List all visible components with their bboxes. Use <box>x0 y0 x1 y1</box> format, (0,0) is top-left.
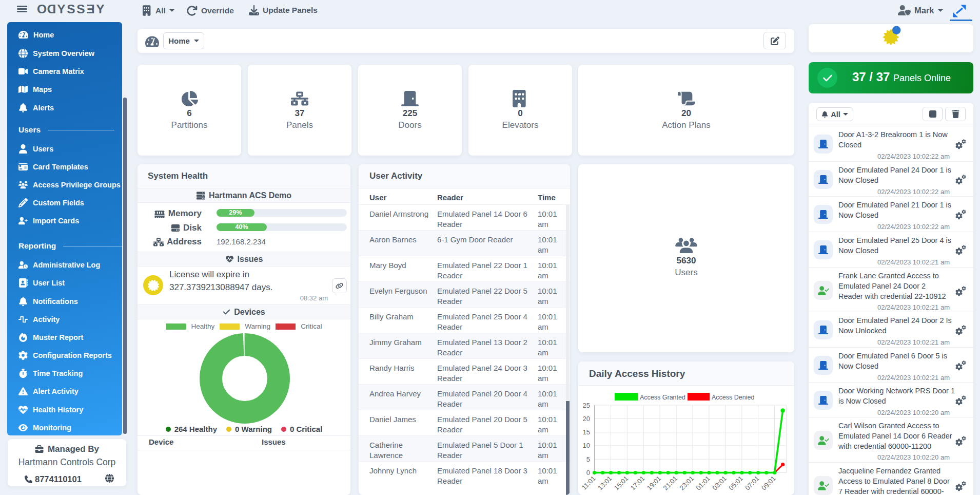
svg-text:05:01: 05:01 <box>727 474 744 492</box>
svg-text:17:01: 17:01 <box>629 474 646 492</box>
svg-text:01:01: 01:01 <box>694 474 712 492</box>
svg-text:Access Denied: Access Denied <box>712 394 754 401</box>
svg-text:20: 20 <box>583 415 590 423</box>
svg-text:11:01: 11:01 <box>580 474 597 491</box>
svg-text:15:01: 15:01 <box>613 474 630 492</box>
svg-text:09:01: 09:01 <box>760 474 777 492</box>
svg-text:07:01: 07:01 <box>743 474 761 492</box>
svg-text:25: 25 <box>583 402 590 409</box>
svg-text:15: 15 <box>583 428 590 436</box>
svg-text:Access Granted: Access Granted <box>640 394 685 401</box>
svg-text:23:01: 23:01 <box>678 474 696 492</box>
svg-text:13:01: 13:01 <box>596 474 614 492</box>
svg-text:5: 5 <box>586 455 590 463</box>
svg-text:10: 10 <box>583 442 590 449</box>
svg-text:03:01: 03:01 <box>711 474 728 492</box>
svg-text:0: 0 <box>586 469 590 477</box>
svg-text:19:01: 19:01 <box>645 474 663 492</box>
svg-text:21:01: 21:01 <box>662 474 679 492</box>
